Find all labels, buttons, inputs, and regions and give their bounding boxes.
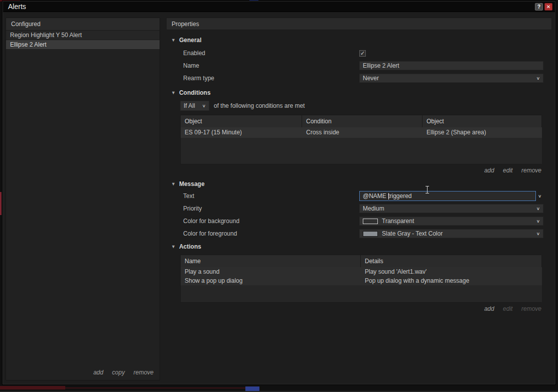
section-message-title: Message [179, 180, 205, 187]
section-message[interactable]: ▼ Message [166, 180, 552, 188]
alert-list-item[interactable]: Region Highlight Y 50 Alert [6, 31, 160, 40]
section-actions-title: Actions [179, 243, 201, 250]
column-header: Object [181, 115, 302, 127]
chart-artifact [0, 386, 65, 389]
match-type-dropdown[interactable]: If All ∨ [180, 101, 209, 111]
remove-condition-link[interactable]: remove [521, 167, 541, 174]
add-condition-link[interactable]: add [484, 167, 494, 174]
priority-dropdown[interactable]: Medium ∨ [359, 204, 543, 213]
name-row: Name Ellipse 2 Alert [166, 61, 552, 70]
match-type-value: If All [184, 102, 195, 109]
message-history-chevron-icon[interactable]: ∨ [538, 193, 541, 198]
rearm-type-row: Rearm type Never ∨ [166, 74, 552, 83]
enabled-row: Enabled ✓ [166, 49, 552, 58]
section-conditions[interactable]: ▼ Conditions [166, 89, 552, 97]
message-text-label: Text [166, 192, 359, 200]
message-text-control: @NAME triggered ∨ [359, 191, 543, 201]
column-header: Condition [302, 115, 423, 127]
close-button[interactable]: ✕ [544, 3, 552, 11]
background-color-row: Color for background Transparent ∨ [166, 217, 552, 226]
text-caret [388, 193, 389, 200]
rearm-type-label: Rearm type [166, 75, 359, 82]
transparent-swatch [363, 219, 378, 224]
add-alert-link[interactable]: add [93, 369, 103, 376]
action-cell-name[interactable]: Show a pop up dialog [181, 276, 361, 285]
remove-action-link[interactable]: remove [521, 305, 541, 312]
background-color-label: Color for background [166, 218, 359, 225]
chart-artifact [65, 387, 246, 388]
collapse-arrow-icon: ▼ [171, 245, 176, 249]
help-button[interactable]: ? [535, 3, 543, 11]
alerts-dialog: Alerts ? ✕ Configured Region Highlight Y… [3, 1, 555, 384]
name-input-value: Ellipse 2 Alert [363, 62, 399, 69]
chevron-down-icon: ∨ [536, 219, 540, 223]
collapse-arrow-icon: ▼ [171, 182, 176, 186]
configured-panel: Configured Region Highlight Y 50 Alert E… [6, 18, 160, 380]
section-general[interactable]: ▼ General [166, 36, 552, 44]
edit-condition-link[interactable]: edit [503, 167, 512, 174]
message-text-input[interactable]: @NAME triggered [359, 191, 536, 201]
chevron-down-icon: ∨ [202, 103, 206, 108]
chevron-down-icon: ∨ [536, 231, 540, 236]
edit-action-link[interactable]: edit [503, 305, 512, 312]
condition-cell-condition[interactable]: Cross inside [302, 127, 423, 138]
priority-row: Priority Medium ∨ [166, 204, 552, 213]
help-icon: ? [537, 4, 540, 10]
condition-cell-object1[interactable]: ES 09-17 (15 Minute) [181, 127, 302, 138]
dialog-body: Configured Region Highlight Y 50 Alert E… [3, 12, 555, 384]
close-icon: ✕ [546, 4, 550, 10]
alert-list-item-selected[interactable]: Ellipse 2 Alert [6, 40, 160, 50]
configured-header: Configured [6, 18, 160, 31]
name-input[interactable]: Ellipse 2 Alert [359, 61, 543, 70]
action-cell-details[interactable]: Pop up dialog with a dynamic message [361, 276, 542, 285]
chevron-down-icon: ∨ [536, 76, 540, 80]
condition-cell-object2[interactable]: Ellipse 2 (Shape area) [423, 127, 542, 138]
foreground-color-label: Color for foreground [166, 230, 359, 237]
conditions-table: Object Condition Object ES 09-17 (15 Min… [180, 115, 541, 164]
column-header: Name [181, 255, 361, 267]
conditions-actions: add edit remove [166, 167, 541, 174]
check-icon: ✓ [360, 51, 365, 56]
section-actions[interactable]: ▼ Actions [166, 243, 552, 251]
column-header: Details [361, 255, 542, 267]
rearm-type-dropdown[interactable]: Never ∨ [359, 74, 543, 83]
chevron-down-icon: ∨ [536, 206, 540, 211]
collapse-arrow-icon: ▼ [171, 91, 176, 95]
configured-actions: add copy remove [6, 366, 160, 380]
desktop-background: Alerts ? ✕ Configured Region Highlight Y… [0, 0, 558, 392]
background-color-value: Transparent [382, 218, 414, 225]
remove-alert-link[interactable]: remove [133, 369, 154, 376]
table-empty-area [181, 285, 542, 302]
enabled-checkbox[interactable]: ✓ [359, 50, 366, 57]
mouse-ibeam-cursor [427, 186, 428, 193]
chart-artifact [0, 192, 2, 215]
name-label: Name [166, 62, 359, 69]
action-cell-details[interactable]: Play sound 'Alert1.wav' [361, 267, 542, 276]
alert-list: Region Highlight Y 50 Alert Ellipse 2 Al… [6, 31, 160, 366]
properties-panel: Properties ▼ General Enabled ✓ Name Elli… [166, 18, 552, 380]
copy-alert-link[interactable]: copy [112, 369, 124, 376]
window-title: Alerts [8, 3, 533, 11]
foreground-color-value: Slate Gray - Text Color [382, 230, 443, 237]
foreground-color-dropdown[interactable]: Slate Gray - Text Color ∨ [359, 229, 543, 238]
action-cell-name[interactable]: Play a sound [181, 267, 361, 276]
background-color-dropdown[interactable]: Transparent ∨ [359, 217, 543, 226]
message-text-value: @NAME triggered [363, 192, 412, 200]
table-empty-area [181, 138, 542, 164]
section-general-title: General [179, 37, 202, 44]
priority-value: Medium [363, 205, 384, 212]
foreground-color-row: Color for foreground Slate Gray - Text C… [166, 229, 552, 238]
color-swatch [363, 231, 378, 237]
conditions-match-row: If All ∨ of the following conditions are… [180, 101, 552, 111]
priority-label: Priority [166, 205, 359, 212]
rearm-type-value: Never [363, 75, 379, 82]
enabled-label: Enabled [166, 50, 359, 57]
collapse-arrow-icon: ▼ [171, 38, 176, 43]
match-description: of the following conditions are met [214, 102, 305, 109]
section-conditions-title: Conditions [179, 89, 211, 96]
add-action-link[interactable]: add [484, 305, 494, 312]
actions-table: Name Details Play a sound Play sound 'Al… [180, 255, 541, 303]
properties-header: Properties [166, 18, 552, 30]
window-titlebar[interactable]: Alerts ? ✕ [3, 2, 555, 12]
message-text-row: Text @NAME triggered ∨ [166, 191, 552, 201]
